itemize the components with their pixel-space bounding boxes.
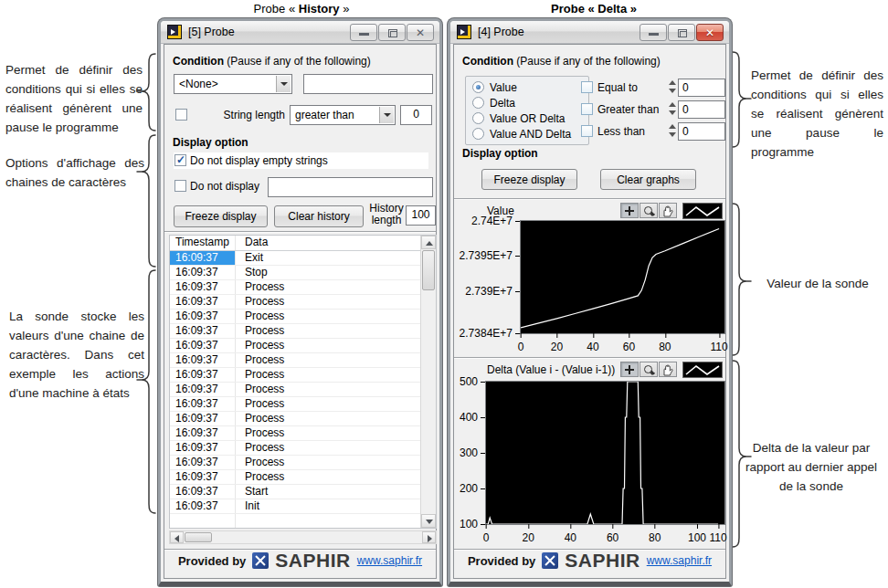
value-plot-area[interactable]: 2.74E+72.7395E+72.739E+72.7384E+70204060… bbox=[520, 220, 725, 334]
timestamp-cell[interactable]: 16:09:37 bbox=[170, 485, 236, 499]
timestamp-cell[interactable]: 16:09:37 bbox=[170, 295, 236, 309]
scroll-down-button[interactable] bbox=[421, 514, 436, 528]
radio-value-or-delta[interactable] bbox=[472, 112, 484, 124]
table-row[interactable]: 16:09:37Process bbox=[170, 383, 420, 397]
timestamp-cell[interactable]: 16:09:37 bbox=[170, 412, 236, 425]
table-row[interactable]: 16:09:37Process bbox=[170, 397, 420, 412]
radio-value-and-delta[interactable] bbox=[472, 128, 484, 140]
data-column-header[interactable]: Data bbox=[236, 236, 436, 250]
increment-decrement-icon[interactable] bbox=[668, 123, 676, 138]
data-cell[interactable]: Process bbox=[236, 470, 420, 484]
data-cell[interactable]: Process bbox=[236, 412, 420, 425]
timestamp-cell[interactable]: 16:09:37 bbox=[170, 383, 236, 396]
data-cell[interactable]: Process bbox=[236, 280, 420, 294]
data-cell[interactable]: Process bbox=[236, 456, 420, 469]
timestamp-cell[interactable]: 16:09:37 bbox=[170, 339, 236, 352]
clear-graphs-button[interactable]: Clear graphs bbox=[600, 169, 696, 190]
saphir-link[interactable]: www.saphir.fr bbox=[647, 554, 712, 567]
table-row[interactable]: 16:09:37Exit bbox=[170, 251, 420, 266]
timestamp-cell[interactable]: 16:09:37 bbox=[170, 499, 236, 513]
plot-legend[interactable] bbox=[682, 203, 723, 219]
table-row[interactable]: 16:09:37Process bbox=[170, 353, 420, 368]
freeze-display-button[interactable]: Freeze display bbox=[174, 205, 268, 227]
table-row[interactable]: 16:09:37Process bbox=[170, 456, 420, 470]
titlebar[interactable]: [4] Probe ✕ bbox=[450, 21, 729, 44]
table-row[interactable]: 16:09:37Start bbox=[170, 485, 420, 499]
timestamp-cell[interactable]: 16:09:37 bbox=[170, 368, 236, 382]
timestamp-cell[interactable] bbox=[170, 514, 236, 528]
data-cell[interactable]: Stop bbox=[236, 266, 420, 279]
data-cell[interactable] bbox=[236, 514, 420, 528]
increment-decrement-icon[interactable] bbox=[668, 79, 676, 94]
scroll-left-button[interactable] bbox=[170, 531, 184, 543]
scroll-up-button[interactable] bbox=[421, 236, 436, 249]
scroll-right-button[interactable] bbox=[422, 531, 436, 543]
do-not-display-input[interactable] bbox=[268, 177, 433, 197]
history-table[interactable]: Timestamp Data 16:09:37Exit16:09:37Stop1… bbox=[169, 235, 437, 529]
data-cell[interactable]: Init bbox=[236, 499, 420, 513]
scrollbar-thumb[interactable] bbox=[185, 532, 212, 542]
minimize-button[interactable] bbox=[350, 24, 377, 41]
table-header[interactable]: Timestamp Data bbox=[170, 236, 436, 251]
crosshair-tool-button[interactable] bbox=[620, 362, 639, 377]
greater-than-value-input[interactable]: 0 bbox=[678, 100, 725, 119]
pan-tool-button[interactable] bbox=[659, 203, 677, 218]
pan-tool-button[interactable] bbox=[659, 362, 677, 377]
clear-history-button[interactable]: Clear history bbox=[274, 205, 364, 227]
table-row[interactable]: 16:09:37Process bbox=[170, 441, 420, 456]
timestamp-cell[interactable]: 16:09:37 bbox=[170, 397, 236, 411]
timestamp-cell[interactable]: 16:09:37 bbox=[170, 251, 236, 265]
table-row[interactable]: 16:09:37Stop bbox=[170, 266, 420, 280]
timestamp-cell[interactable]: 16:09:37 bbox=[170, 324, 236, 338]
data-cell[interactable]: Process bbox=[236, 339, 420, 352]
table-row[interactable]: 16:09:37Process bbox=[170, 295, 420, 310]
table-row[interactable]: 16:09:37Init bbox=[170, 499, 420, 514]
do-not-display-checkbox[interactable] bbox=[174, 180, 186, 192]
timestamp-cell[interactable]: 16:09:37 bbox=[170, 470, 236, 484]
less-than-checkbox[interactable] bbox=[581, 125, 593, 137]
minimize-button[interactable] bbox=[640, 24, 667, 41]
equal-to-value-input[interactable]: 0 bbox=[678, 79, 725, 97]
zoom-tool-button[interactable] bbox=[640, 362, 658, 377]
table-row[interactable] bbox=[170, 514, 420, 529]
history-length-input[interactable]: 100 bbox=[406, 205, 436, 226]
data-cell[interactable]: Process bbox=[236, 397, 420, 411]
table-row[interactable]: 16:09:37Process bbox=[170, 470, 420, 485]
chevron-down-icon[interactable] bbox=[379, 107, 394, 123]
restore-button[interactable] bbox=[378, 24, 406, 41]
table-row[interactable]: 16:09:37Process bbox=[170, 426, 420, 441]
string-length-operator-dropdown[interactable]: greater than bbox=[290, 105, 396, 125]
timestamp-cell[interactable]: 16:09:37 bbox=[170, 426, 236, 440]
titlebar[interactable]: [5] Probe ✕ bbox=[161, 21, 439, 44]
chevron-down-icon[interactable] bbox=[276, 76, 291, 92]
restore-button[interactable] bbox=[668, 24, 695, 41]
condition-text-input[interactable] bbox=[303, 74, 433, 94]
timestamp-cell[interactable]: 16:09:37 bbox=[170, 441, 236, 455]
timestamp-cell[interactable]: 16:09:37 bbox=[170, 353, 236, 367]
empty-strings-checkbox[interactable] bbox=[174, 154, 186, 166]
data-cell[interactable]: Process bbox=[236, 368, 420, 382]
close-button[interactable]: ✕ bbox=[407, 24, 434, 41]
data-cell[interactable]: Process bbox=[236, 324, 420, 338]
timestamp-cell[interactable]: 16:09:37 bbox=[170, 280, 236, 294]
increment-decrement-icon[interactable] bbox=[668, 101, 676, 116]
timestamp-cell[interactable]: 16:09:37 bbox=[170, 266, 236, 279]
data-cell[interactable]: Process bbox=[236, 295, 420, 309]
vertical-scrollbar[interactable] bbox=[420, 236, 436, 528]
condition-selector-dropdown[interactable]: <None> bbox=[174, 74, 292, 94]
data-cell[interactable]: Process bbox=[236, 441, 420, 455]
crosshair-tool-button[interactable] bbox=[620, 203, 639, 218]
equal-to-checkbox[interactable] bbox=[581, 81, 593, 93]
string-length-checkbox[interactable] bbox=[175, 109, 187, 121]
close-button[interactable]: ✕ bbox=[696, 24, 724, 41]
timestamp-cell[interactable]: 16:09:37 bbox=[170, 456, 236, 469]
greater-than-checkbox[interactable] bbox=[581, 103, 593, 115]
radio-delta[interactable] bbox=[472, 97, 484, 109]
table-row[interactable]: 16:09:37Process bbox=[170, 412, 420, 426]
scrollbar-thumb[interactable] bbox=[422, 250, 435, 290]
timestamp-cell[interactable]: 16:09:37 bbox=[170, 310, 236, 323]
plot-legend[interactable] bbox=[682, 362, 723, 378]
table-row[interactable]: 16:09:37Process bbox=[170, 339, 420, 353]
delta-plot-area[interactable]: 500400300200100020406080100110 bbox=[485, 381, 725, 525]
freeze-display-button[interactable]: Freeze display bbox=[481, 169, 577, 190]
